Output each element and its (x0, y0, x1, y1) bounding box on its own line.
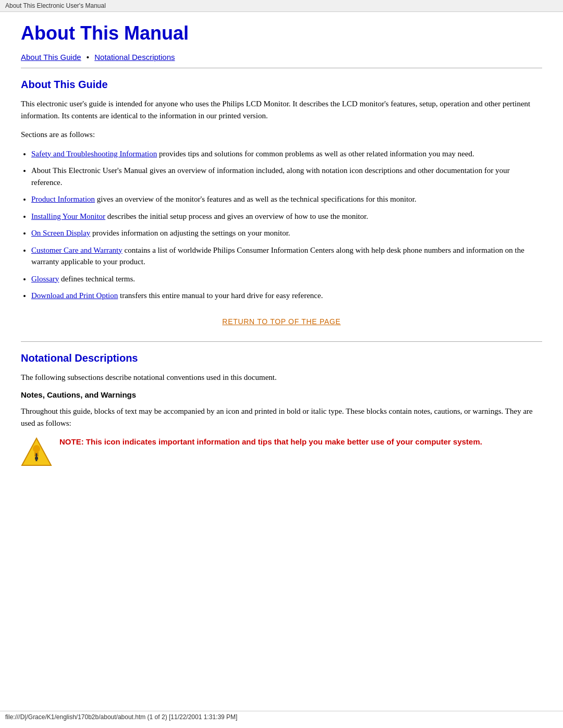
browser-title-bar: About This Electronic User's Manual (0, 0, 563, 12)
nav-link-about-guide[interactable]: About This Guide (21, 53, 81, 61)
list-item: About This Electronic User's Manual give… (31, 165, 542, 188)
section1-sections-prefix: Sections are as follows: (21, 129, 542, 141)
link-installing[interactable]: Installing Your Monitor (31, 212, 105, 220)
section2-title: Notational Descriptions (21, 352, 542, 364)
list-item: Product Information gives an overview of… (31, 193, 542, 205)
section1-intro: This electronic user's guide is intended… (21, 98, 542, 121)
nav-link-notational[interactable]: Notational Descriptions (94, 53, 175, 61)
section1-bullet-list: Safety and Troubleshooting Information p… (31, 148, 542, 302)
content-area: About This Manual About This Guide • Not… (0, 12, 563, 499)
list-item-text: provides tips and solutions for common p… (157, 150, 474, 158)
section2-intro: The following subsections describe notat… (21, 372, 542, 384)
subsection-title: Notes, Cautions, and Warnings (21, 390, 542, 399)
svg-text:!: ! (34, 451, 38, 464)
warning-icon: ! (21, 436, 52, 467)
link-osd[interactable]: On Screen Display (31, 229, 90, 237)
nav-links: About This Guide • Notational Descriptio… (21, 53, 542, 61)
divider-top (21, 68, 542, 68)
link-product-info[interactable]: Product Information (31, 195, 95, 203)
section-notational: Notational Descriptions The following su… (21, 352, 542, 468)
list-item: Customer Care and Warranty contains a li… (31, 244, 542, 268)
footer-text: file:///D|/Grace/K1/english/170b2b/about… (5, 713, 237, 721)
section2-body: Throughout this guide, blocks of text ma… (21, 405, 542, 429)
link-download[interactable]: Download and Print Option (31, 291, 118, 300)
browser-title: About This Electronic User's Manual (5, 2, 106, 9)
list-item-text: defines technical terms. (59, 275, 135, 283)
list-item: Installing Your Monitor describes the in… (31, 211, 542, 223)
list-item: Glossary defines technical terms. (31, 273, 542, 285)
list-item-text: gives an overview of the monitor's featu… (95, 195, 417, 203)
list-item-text: describes the initial setup process and … (105, 212, 368, 220)
return-to-top-link[interactable]: RETURN TO TOP OF THE PAGE (222, 317, 340, 326)
link-customer-care[interactable]: Customer Care and Warranty (31, 246, 123, 254)
return-to-top: RETURN TO TOP OF THE PAGE (21, 317, 542, 326)
link-glossary[interactable]: Glossary (31, 275, 59, 283)
nav-separator: • (87, 53, 89, 61)
note-text: NOTE: This icon indicates important info… (59, 436, 482, 448)
list-item: On Screen Display provides information o… (31, 227, 542, 239)
section-about-guide: About This Guide This electronic user's … (21, 79, 542, 326)
page-title: About This Manual (21, 22, 542, 44)
list-item-text: provides information on adjusting the se… (90, 229, 290, 237)
note-box: ! NOTE: This icon indicates important in… (21, 436, 542, 467)
footer-bar: file:///D|/Grace/K1/english/170b2b/about… (0, 711, 563, 723)
list-item: Download and Print Option transfers this… (31, 290, 542, 302)
list-item-text: About This Electronic User's Manual give… (31, 166, 510, 187)
link-safety[interactable]: Safety and Troubleshooting Information (31, 150, 157, 158)
section1-title: About This Guide (21, 79, 542, 91)
list-item: Safety and Troubleshooting Information p… (31, 148, 542, 160)
list-item-text: transfers this entire manual to your har… (118, 291, 323, 300)
divider-middle (21, 341, 542, 342)
